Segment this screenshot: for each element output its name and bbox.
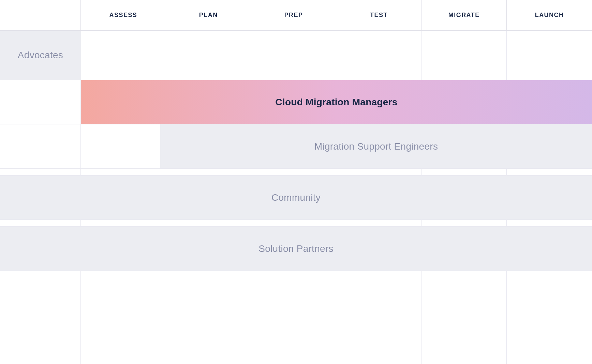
- header-plan: PLAN: [166, 0, 251, 30]
- header-row: ASSESS PLAN PREP TEST MIGRATE LAUNCH: [0, 0, 592, 31]
- cmm-spacer: [0, 80, 81, 124]
- row-community: Community: [0, 176, 592, 220]
- row-cloud-migration-managers: Cloud Migration Managers: [0, 80, 592, 124]
- row-migration-support-engineers: Migration Support Engineers: [0, 124, 592, 169]
- mse-label: Migration Support Engineers: [314, 141, 438, 152]
- advocates-label: Advocates: [18, 50, 63, 61]
- header-launch: LAUNCH: [507, 0, 592, 30]
- row-bottom: [0, 271, 592, 364]
- mse-spacer: [0, 124, 160, 168]
- header-test: TEST: [336, 0, 421, 30]
- chart-container: ASSESS PLAN PREP TEST MIGRATE LAUNCH Adv…: [0, 0, 592, 364]
- row-gap-2: [0, 220, 592, 227]
- header-migrate: MIGRATE: [421, 0, 507, 30]
- row-solution-partners: Solution Partners: [0, 227, 592, 271]
- advocates-block: Advocates: [0, 31, 81, 80]
- solution-partners-label: Solution Partners: [0, 243, 592, 254]
- cmm-label: Cloud Migration Managers: [275, 97, 397, 108]
- header-empty: [0, 0, 81, 30]
- row-gap-1: [0, 169, 592, 176]
- mse-block: Migration Support Engineers: [160, 124, 592, 168]
- row-advocates: Advocates: [0, 31, 592, 80]
- community-label: Community: [0, 192, 592, 203]
- content-area: Advocates Cloud Migration Managers Migra…: [0, 31, 592, 364]
- cmm-block: Cloud Migration Managers: [81, 80, 592, 124]
- header-assess: ASSESS: [81, 0, 166, 30]
- header-prep: PREP: [251, 0, 337, 30]
